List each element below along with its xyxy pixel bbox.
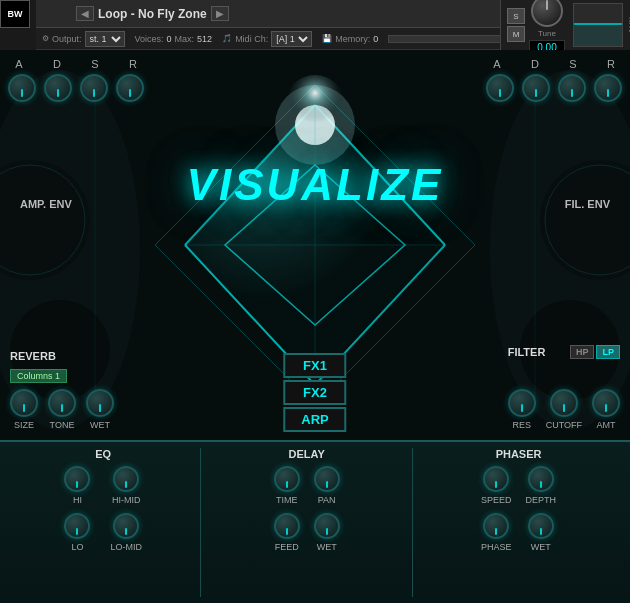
filter-res-knob[interactable] <box>508 389 536 417</box>
midi-label: Midi Ch: <box>235 34 268 44</box>
fil-a-label: A <box>486 58 508 70</box>
amp-d-label: D <box>46 58 68 70</box>
voices-max-label: Max: <box>175 34 195 44</box>
amp-s-label: S <box>84 58 106 70</box>
filter-amt-knob[interactable] <box>592 389 620 417</box>
tune-knob[interactable] <box>531 0 563 27</box>
eq-hi-label: HI <box>73 495 82 505</box>
instrument-area: AMP. ENV FIL. ENV VISUALIZE A D S R A <box>0 50 630 440</box>
fil-env-label: FIL. ENV <box>565 198 610 210</box>
filter-hp-button[interactable]: HP <box>570 345 595 359</box>
delay-feed-label: FEED <box>275 542 299 552</box>
phaser-phase-label: PHASE <box>481 542 512 552</box>
amp-a-knob[interactable] <box>8 74 36 102</box>
filter-res-label: RES <box>512 420 531 430</box>
amp-a-label: A <box>8 58 30 70</box>
main-title: VISUALIZE <box>187 160 444 210</box>
voices-max-value: 512 <box>197 34 212 44</box>
amp-env-label: AMP. ENV <box>20 198 72 210</box>
delay-pan-label: PAN <box>318 495 336 505</box>
amp-s-knob[interactable] <box>80 74 108 102</box>
fil-r-label: R <box>600 58 622 70</box>
amp-d-knob[interactable] <box>44 74 72 102</box>
filter-label: FILTER <box>508 346 546 358</box>
eq-group: EQ HI LO HI-MID <box>6 448 201 597</box>
phaser-phase-knob[interactable] <box>483 513 509 539</box>
phaser-wet-label: WET <box>531 542 551 552</box>
top-right-panel: S M Tune 0.00 AUX <box>500 0 630 50</box>
eq-lo-label: LO <box>71 542 83 552</box>
reverb-wet-knob[interactable] <box>86 389 114 417</box>
eq-lomid-label: LO-MID <box>110 542 142 552</box>
phaser-depth-knob[interactable] <box>528 466 554 492</box>
arp-button[interactable]: ARP <box>283 407 346 432</box>
preset-nav-prev[interactable]: ◀ <box>76 6 94 21</box>
eq-himid-knob[interactable] <box>113 466 139 492</box>
delay-wet-knob[interactable] <box>314 513 340 539</box>
memory-label: Memory: <box>335 34 370 44</box>
reverb-label: REVERB <box>10 350 114 362</box>
reverb-size-knob[interactable] <box>10 389 38 417</box>
fil-s-knob[interactable] <box>558 74 586 102</box>
svg-point-14 <box>285 75 345 135</box>
reverb-size-label: SIZE <box>14 420 34 430</box>
amp-r-label: R <box>122 58 144 70</box>
reverb-section: REVERB Columns 1 SIZE TONE WET <box>10 350 114 430</box>
preset-nav-next[interactable]: ▶ <box>211 6 229 21</box>
pitch-slider-area[interactable] <box>573 3 623 47</box>
delay-pan-knob[interactable] <box>314 466 340 492</box>
delay-wet-label: WET <box>317 542 337 552</box>
filter-cutoff-label: CUTOFF <box>546 420 582 430</box>
fx1-button[interactable]: FX1 <box>283 353 346 378</box>
voices-label: Voices: <box>135 34 164 44</box>
fil-d-knob[interactable] <box>522 74 550 102</box>
filter-amt-label: AMT <box>597 420 616 430</box>
filter-lp-button[interactable]: LP <box>596 345 620 359</box>
fx-buttons-group: FX1 FX2 ARP <box>283 353 346 432</box>
delay-group: DELAY TIME FEED PAN <box>201 448 413 597</box>
phaser-wet-knob[interactable] <box>528 513 554 539</box>
delay-label: DELAY <box>289 448 325 460</box>
preset-name: Loop - No Fly Zone <box>98 7 207 21</box>
eq-label: EQ <box>95 448 111 460</box>
phaser-speed-knob[interactable] <box>483 466 509 492</box>
bw-logo: BW <box>0 0 30 28</box>
delay-feed-knob[interactable] <box>274 513 300 539</box>
eq-lomid-knob[interactable] <box>113 513 139 539</box>
midi-icon: 🎵 <box>222 34 232 43</box>
fil-adsr-section: A D S R <box>486 58 622 102</box>
reverb-wet-label: WET <box>90 420 110 430</box>
fil-d-label: D <box>524 58 546 70</box>
reverb-tone-knob[interactable] <box>48 389 76 417</box>
fil-s-label: S <box>562 58 584 70</box>
m-button[interactable]: M <box>507 26 525 42</box>
output-label: Output: <box>52 34 82 44</box>
filter-section: FILTER HP LP RES CUTOFF AMT <box>508 345 620 430</box>
s-button[interactable]: S <box>507 8 525 24</box>
tune-label: Tune <box>538 29 556 38</box>
delay-time-label: TIME <box>276 495 298 505</box>
midi-select[interactable]: [A] 1 <box>271 31 312 47</box>
bottom-section: EQ HI LO HI-MID <box>0 440 630 603</box>
phaser-label: PHASER <box>496 448 542 460</box>
delay-time-knob[interactable] <box>274 466 300 492</box>
filter-cutoff-knob[interactable] <box>550 389 578 417</box>
output-icon: ⚙ <box>42 34 49 43</box>
reverb-preset-button[interactable]: Columns 1 <box>10 369 67 383</box>
title-bar-left: ◀ Loop - No Fly Zone ▶ <box>76 6 540 21</box>
memory-icon: 💾 <box>322 34 332 43</box>
fil-a-knob[interactable] <box>486 74 514 102</box>
phaser-group: PHASER SPEED PHASE DEPTH <box>413 448 624 597</box>
reverb-tone-label: TONE <box>50 420 75 430</box>
memory-value: 0 <box>373 34 378 44</box>
output-select[interactable]: st. 1 <box>85 31 125 47</box>
fil-r-knob[interactable] <box>594 74 622 102</box>
fx2-button[interactable]: FX2 <box>283 380 346 405</box>
amp-r-knob[interactable] <box>116 74 144 102</box>
amp-adsr-section: A D S R <box>8 58 144 102</box>
eq-hi-knob[interactable] <box>64 466 90 492</box>
phaser-speed-label: SPEED <box>481 495 512 505</box>
eq-lo-knob[interactable] <box>64 513 90 539</box>
voices-value: 0 <box>167 34 172 44</box>
phaser-depth-label: DEPTH <box>526 495 557 505</box>
